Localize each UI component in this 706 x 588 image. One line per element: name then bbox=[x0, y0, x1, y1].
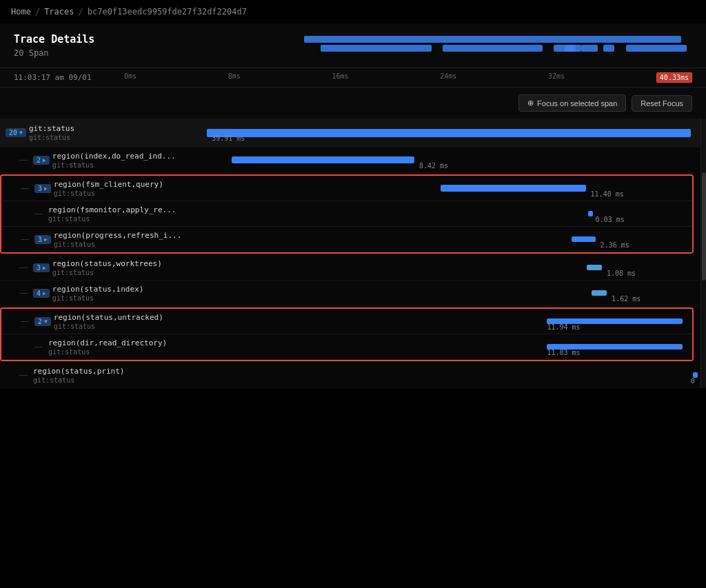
reset-focus-button[interactable]: Reset Focus bbox=[632, 95, 692, 112]
table-row[interactable]: 3 ▶ region(progress,refresh_i... git:sta… bbox=[1, 227, 692, 252]
trace-title: Trace Details bbox=[14, 33, 124, 45]
breadcrumb-trace-id: bc7e0f13eedc9959fde27f32df2204d7 bbox=[88, 7, 247, 17]
row-right-8: 11.83 ms bbox=[208, 334, 692, 359]
row-left-3: region(fsmonitor,apply_re... git:status bbox=[1, 203, 208, 225]
span-badge-2[interactable]: 3 ▶ bbox=[34, 184, 51, 193]
trace-title-block: Trace Details 20 Span bbox=[14, 33, 124, 58]
span-bar-container-1: 8.42 ms bbox=[207, 150, 700, 170]
span-bar-container-6: 1.62 ms bbox=[207, 283, 700, 303]
span-arrow-2: ▶ bbox=[44, 185, 48, 192]
connector-9 bbox=[19, 375, 28, 376]
span-badge-1[interactable]: 2 ▶ bbox=[33, 156, 50, 165]
row-right-3: 0.03 ms bbox=[208, 201, 692, 226]
span-badge-7[interactable]: 2 ▼ bbox=[34, 317, 51, 326]
trace-body: 20 ▼ git:status git:status 39.91 ms bbox=[0, 119, 706, 388]
span-bar-container-7: 11.94 ms bbox=[208, 312, 692, 331]
span-bar-3 bbox=[588, 211, 593, 216]
span-arrow-root: ▼ bbox=[19, 130, 23, 136]
span-count-4: 3 bbox=[38, 236, 42, 243]
connector-8 bbox=[34, 347, 43, 347]
row-left-4: 3 ▶ region(progress,refresh_i... git:sta… bbox=[1, 228, 208, 251]
table-row[interactable]: region(status,print) git:status 0 bbox=[0, 363, 700, 388]
span-duration-2: 11.40 ms bbox=[591, 190, 624, 198]
row-name-block-7: region(status,untracked) git:status bbox=[54, 313, 163, 330]
table-row[interactable]: region(dir,read_directory) git:status 11… bbox=[1, 334, 692, 360]
span-bar-2 bbox=[441, 185, 586, 192]
row-name-block-1: region(index,do_read_ind... git:status bbox=[52, 152, 176, 169]
ruler-tick-end: 40.33ms bbox=[656, 72, 692, 83]
connector-4 bbox=[21, 239, 29, 240]
scrollbar-track[interactable] bbox=[700, 119, 706, 388]
connector-7 bbox=[21, 321, 29, 322]
span-name-1: region(index,do_read_ind... bbox=[52, 152, 176, 161]
table-row[interactable]: 3 ▶ region(status,worktrees) git:status … bbox=[0, 255, 700, 281]
table-row[interactable]: 2 ▶ region(index,do_read_ind... git:stat… bbox=[0, 148, 700, 173]
connector-1 bbox=[19, 160, 28, 161]
row-right-1: 8.42 ms bbox=[207, 148, 700, 172]
span-duration-1: 8.42 ms bbox=[419, 162, 448, 170]
span-badge-root[interactable]: 20 ▼ bbox=[6, 128, 26, 137]
span-arrow-4: ▶ bbox=[44, 236, 48, 243]
row-name-block-2: region(fsm_client,query) git:status bbox=[54, 180, 163, 197]
row-name-block-6: region(status,index) git:status bbox=[52, 285, 143, 302]
span-duration-8: 11.83 ms bbox=[547, 349, 580, 356]
table-row[interactable]: 3 ▶ region(fsm_client,query) git:status … bbox=[1, 176, 692, 201]
connector-6 bbox=[19, 293, 28, 294]
span-duration-9: 0 bbox=[691, 377, 695, 385]
breadcrumb-traces[interactable]: Traces bbox=[44, 7, 74, 17]
focus-selected-span-label: Focus on selected span bbox=[537, 99, 617, 108]
scrollbar-thumb[interactable] bbox=[702, 172, 706, 280]
span-badge-4[interactable]: 3 ▶ bbox=[34, 235, 51, 244]
trace-span-count: 20 Span bbox=[14, 48, 124, 58]
ruler-tick-32ms: 32ms bbox=[548, 72, 565, 83]
row-right-4: 2.36 ms bbox=[208, 227, 692, 252]
span-bar-5 bbox=[587, 265, 601, 270]
table-row[interactable]: 2 ▼ region(status,untracked) git:status … bbox=[1, 309, 692, 334]
row-right-9: 0 bbox=[207, 363, 700, 387]
span-service-5: git:status bbox=[52, 269, 162, 276]
selected-group-2: 2 ▼ region(status,untracked) git:status … bbox=[0, 307, 694, 361]
ruler-ticks: 0ms 8ms 16ms 24ms 32ms 40.33ms bbox=[124, 72, 692, 83]
timeline-ruler: 11:03:17 am 09/01 0ms 8ms 16ms 24ms 32ms… bbox=[0, 68, 706, 88]
row-left-1: 2 ▶ region(index,do_read_ind... git:stat… bbox=[0, 149, 207, 172]
row-right-7: 11.94 ms bbox=[208, 309, 692, 334]
connector-2 bbox=[21, 188, 29, 189]
span-badge-5[interactable]: 3 ▶ bbox=[33, 263, 50, 272]
span-count-root: 20 bbox=[9, 129, 17, 136]
reset-focus-label: Reset Focus bbox=[641, 99, 683, 108]
span-count-5: 3 bbox=[37, 264, 41, 272]
breadcrumb-home[interactable]: Home bbox=[11, 7, 31, 17]
table-row[interactable]: 20 ▼ git:status git:status 39.91 ms bbox=[0, 119, 700, 148]
span-name-9: region(status,print) bbox=[33, 367, 124, 376]
row-name-block-8: region(dir,read_directory) git:status bbox=[48, 338, 167, 356]
span-count-2: 3 bbox=[38, 185, 42, 192]
span-bar-container-5: 1.08 ms bbox=[207, 258, 700, 277]
span-service-2: git:status bbox=[54, 190, 163, 197]
span-bar-container-8: 11.83 ms bbox=[208, 337, 692, 356]
span-name-root: git:status bbox=[29, 124, 74, 133]
breadcrumb: Home / Traces / bc7e0f13eedc9959fde27f32… bbox=[0, 0, 706, 23]
table-row[interactable]: 4 ▶ region(status,index) git:status 1.62… bbox=[0, 281, 700, 306]
ruler-tick-16ms: 16ms bbox=[332, 72, 349, 83]
span-duration-5: 1.08 ms bbox=[607, 270, 636, 277]
breadcrumb-sep-1: / bbox=[35, 7, 40, 17]
breadcrumb-sep-2: / bbox=[79, 7, 83, 17]
span-name-4: region(progress,refresh_i... bbox=[54, 231, 181, 240]
row-left-root: 20 ▼ git:status git:status bbox=[0, 121, 207, 144]
span-badge-6[interactable]: 4 ▶ bbox=[33, 289, 50, 298]
span-bar-container-root: 39.91 ms bbox=[207, 123, 700, 143]
span-service-8: git:status bbox=[48, 348, 167, 356]
ruler-tick-24ms: 24ms bbox=[440, 72, 456, 83]
selected-group-1: 3 ▶ region(fsm_client,query) git:status … bbox=[0, 174, 694, 254]
row-name-block-4: region(progress,refresh_i... git:status bbox=[54, 231, 181, 248]
span-bar-root bbox=[207, 129, 691, 137]
row-left-8: region(dir,read_directory) git:status bbox=[1, 336, 208, 358]
span-bar-container-2: 11.40 ms bbox=[208, 179, 692, 198]
ruler-tick-8ms: 8ms bbox=[228, 72, 241, 83]
table-row[interactable]: region(fsmonitor,apply_re... git:status … bbox=[1, 201, 692, 227]
span-arrow-5: ▶ bbox=[43, 265, 46, 271]
focus-selected-span-button[interactable]: ⊕ Focus on selected span bbox=[518, 94, 626, 112]
row-right-5: 1.08 ms bbox=[207, 255, 700, 280]
span-bar-container-3: 0.03 ms bbox=[208, 204, 692, 223]
span-arrow-6: ▶ bbox=[43, 290, 46, 296]
